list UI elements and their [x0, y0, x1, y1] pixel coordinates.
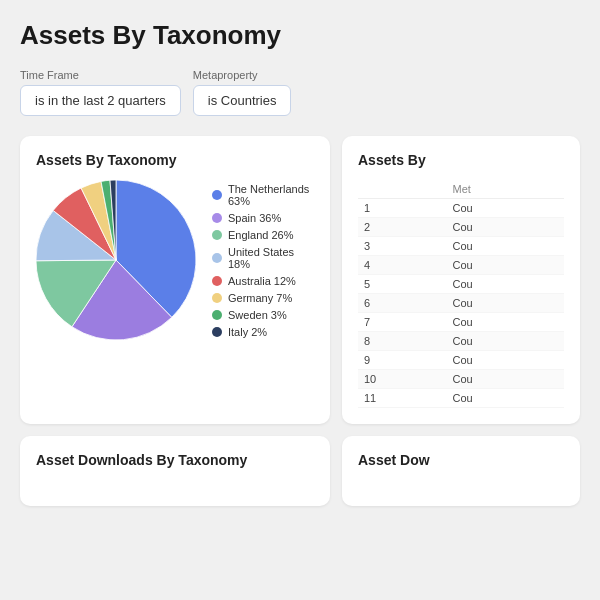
- legend-color-dot: [212, 230, 222, 240]
- table-cell-meta: Cou: [447, 256, 565, 275]
- pie-container: The Netherlands 63%Spain 36%England 26%U…: [36, 180, 314, 340]
- legend-color-dot: [212, 276, 222, 286]
- table-cell-num: 3: [358, 237, 447, 256]
- table-cell-num: 1: [358, 199, 447, 218]
- table-cell-meta: Cou: [447, 294, 565, 313]
- table-cell-num: 11: [358, 389, 447, 408]
- table-row: 2Cou: [358, 218, 564, 237]
- pie-legend: The Netherlands 63%Spain 36%England 26%U…: [212, 183, 314, 338]
- legend-color-dot: [212, 213, 222, 223]
- table-cell-meta: Cou: [447, 351, 565, 370]
- legend-label: Italy 2%: [228, 326, 267, 338]
- legend-color-dot: [212, 327, 222, 337]
- table-cell-meta: Cou: [447, 275, 565, 294]
- table-cell-meta: Cou: [447, 389, 565, 408]
- timeframe-chip[interactable]: is in the last 2 quarters: [20, 85, 181, 116]
- legend-color-dot: [212, 310, 222, 320]
- bottom-right-card: Asset Dow: [342, 436, 580, 506]
- table-cell-num: 9: [358, 351, 447, 370]
- table-row: 6Cou: [358, 294, 564, 313]
- legend-label: Germany 7%: [228, 292, 292, 304]
- table-cell-meta: Cou: [447, 199, 565, 218]
- table-row: 7Cou: [358, 313, 564, 332]
- metaproperty-label: Metaproperty: [193, 69, 292, 81]
- table-cell-meta: Cou: [447, 237, 565, 256]
- table-row: 4Cou: [358, 256, 564, 275]
- legend-label: Australia 12%: [228, 275, 296, 287]
- page: Assets By Taxonomy Time Frame is in the …: [0, 0, 600, 526]
- page-title: Assets By Taxonomy: [20, 20, 580, 51]
- legend-label: Spain 36%: [228, 212, 281, 224]
- table-row: 11Cou: [358, 389, 564, 408]
- table-cell-num: 5: [358, 275, 447, 294]
- charts-row: Assets By Taxonomy The Netherlands 63%Sp…: [20, 136, 580, 424]
- bottom-left-card: Asset Downloads By Taxonomy: [20, 436, 330, 506]
- filters-row: Time Frame is in the last 2 quarters Met…: [20, 69, 580, 116]
- bottom-cards-row: Asset Downloads By Taxonomy Asset Dow: [20, 436, 580, 506]
- pie-chart-card: Assets By Taxonomy The Netherlands 63%Sp…: [20, 136, 330, 424]
- legend-item: Australia 12%: [212, 275, 314, 287]
- legend-label: Sweden 3%: [228, 309, 287, 321]
- metaproperty-filter-group: Metaproperty is Countries: [193, 69, 292, 116]
- legend-item: Spain 36%: [212, 212, 314, 224]
- legend-item: The Netherlands 63%: [212, 183, 314, 207]
- legend-item: England 26%: [212, 229, 314, 241]
- table-row: 5Cou: [358, 275, 564, 294]
- table-row: 3Cou: [358, 237, 564, 256]
- assets-table: Met 1Cou2Cou3Cou4Cou5Cou6Cou7Cou8Cou9Cou…: [358, 180, 564, 408]
- pie-card-title: Assets By Taxonomy: [36, 152, 314, 168]
- table-cell-meta: Cou: [447, 218, 565, 237]
- table-card-title: Assets By: [358, 152, 564, 168]
- table-row: 10Cou: [358, 370, 564, 389]
- table-cell-num: 8: [358, 332, 447, 351]
- table-card: Assets By Met 1Cou2Cou3Cou4Cou5Cou6Cou7C…: [342, 136, 580, 424]
- table-cell-meta: Cou: [447, 313, 565, 332]
- legend-item: Germany 7%: [212, 292, 314, 304]
- table-row: 9Cou: [358, 351, 564, 370]
- table-cell-meta: Cou: [447, 332, 565, 351]
- legend-label: The Netherlands 63%: [228, 183, 314, 207]
- bottom-right-title: Asset Dow: [358, 452, 564, 468]
- pie-chart-svg: [36, 180, 196, 340]
- legend-item: Sweden 3%: [212, 309, 314, 321]
- table-cell-num: 4: [358, 256, 447, 275]
- legend-color-dot: [212, 190, 222, 200]
- bottom-left-title: Asset Downloads By Taxonomy: [36, 452, 314, 468]
- legend-label: United States 18%: [228, 246, 314, 270]
- table-cell-num: 10: [358, 370, 447, 389]
- table-cell-num: 7: [358, 313, 447, 332]
- legend-label: England 26%: [228, 229, 293, 241]
- table-cell-num: 2: [358, 218, 447, 237]
- legend-item: Italy 2%: [212, 326, 314, 338]
- legend-color-dot: [212, 293, 222, 303]
- col-meta-header: Met: [447, 180, 565, 199]
- col-num-header: [358, 180, 447, 199]
- legend-color-dot: [212, 253, 222, 263]
- metaproperty-chip[interactable]: is Countries: [193, 85, 292, 116]
- timeframe-label: Time Frame: [20, 69, 181, 81]
- table-cell-meta: Cou: [447, 370, 565, 389]
- timeframe-filter-group: Time Frame is in the last 2 quarters: [20, 69, 181, 116]
- table-row: 8Cou: [358, 332, 564, 351]
- table-row: 1Cou: [358, 199, 564, 218]
- table-cell-num: 6: [358, 294, 447, 313]
- legend-item: United States 18%: [212, 246, 314, 270]
